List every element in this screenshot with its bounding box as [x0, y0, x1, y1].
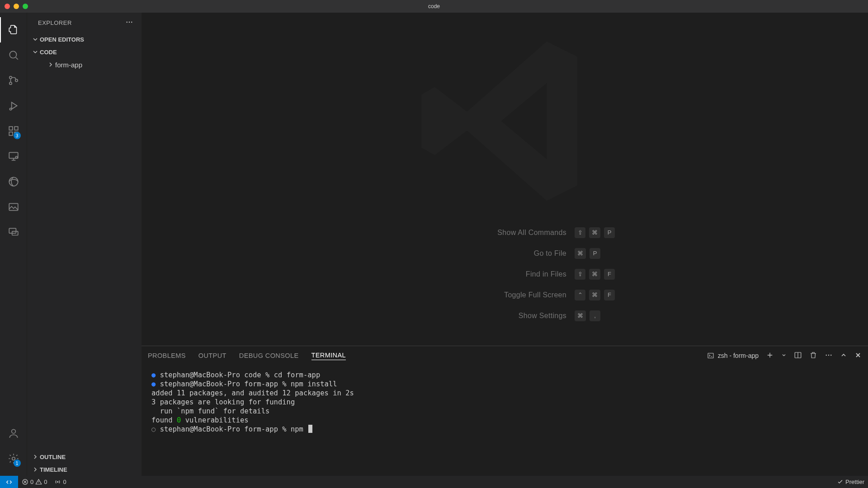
shortcut-row: Show All Commands⇧⌘P [395, 227, 615, 238]
feedback-icon[interactable] [0, 220, 27, 245]
shortcut-keys: ⌘, [575, 310, 600, 321]
broadcast-icon [54, 479, 61, 485]
close-window-button[interactable] [5, 4, 10, 9]
chevron-right-icon [47, 61, 54, 68]
welcome-shortcuts: Show All Commands⇧⌘PGo to File⌘PFind in … [395, 227, 615, 321]
terminal-line: added 11 packages, and audited 12 packag… [151, 389, 858, 398]
shortcut-keys: ⇧⌘P [575, 227, 615, 238]
activity-bar: 3 1 [0, 13, 27, 476]
key: ⌘ [589, 269, 600, 280]
outline-section[interactable]: OUTLINE [27, 450, 142, 463]
workspace-label: CODE [40, 49, 57, 56]
terminal-line: found 0 vulnerabilities [151, 416, 858, 425]
error-icon [22, 479, 28, 485]
extensions-badge: 3 [14, 132, 21, 139]
terminal-line: ● stephan@MacBook-Pro code % cd form-app [151, 371, 858, 380]
sidebar-title: EXPLORER [38, 19, 72, 26]
terminal-selector[interactable]: zsh - form-app [707, 352, 759, 359]
terminal-output[interactable]: ● stephan@MacBook-Pro code % cd form-app… [142, 365, 868, 476]
settings-gear-icon[interactable]: 1 [0, 446, 27, 471]
shortcut-row: Toggle Full Screen⌃⌘F [395, 290, 615, 300]
folder-name: form-app [55, 61, 82, 69]
extensions-icon[interactable]: 3 [0, 118, 27, 144]
source-control-icon[interactable] [0, 68, 27, 93]
panel-more-icon[interactable] [825, 351, 833, 361]
window-controls [5, 4, 28, 9]
timeline-label: TIMELINE [40, 466, 67, 473]
close-panel-icon[interactable] [854, 352, 862, 360]
key: F [604, 290, 615, 300]
svg-point-0 [9, 51, 16, 58]
maximize-panel-icon[interactable] [840, 352, 847, 360]
svg-rect-12 [9, 203, 18, 210]
svg-point-4 [9, 108, 11, 110]
svg-point-23 [828, 354, 829, 355]
remote-explorer-icon[interactable] [0, 144, 27, 169]
status-bar: 0 0 0 Prettier [0, 476, 868, 488]
key: P [590, 248, 600, 259]
folder-item[interactable]: form-app [27, 58, 142, 71]
terminal-dropdown-icon[interactable] [781, 352, 787, 359]
accounts-icon[interactable] [0, 421, 27, 446]
explorer-icon[interactable] [0, 17, 27, 42]
run-debug-icon[interactable] [0, 93, 27, 118]
terminal-line: ○ stephan@MacBook-Pro form-app % npm [151, 425, 858, 434]
timeline-section[interactable]: TIMELINE [27, 463, 142, 476]
shortcut-label: Go to File [395, 249, 566, 258]
key: ⇧ [575, 227, 585, 238]
window-title: code [428, 3, 440, 9]
terminal-cursor [308, 425, 312, 433]
vscode-watermark-icon [410, 26, 600, 216]
key: ⌘ [575, 248, 586, 259]
key: ⌃ [575, 290, 585, 300]
workspace-section[interactable]: CODE [27, 46, 142, 58]
chevron-right-icon [32, 466, 39, 473]
tab-problems[interactable]: PROBLEMS [148, 352, 186, 359]
svg-point-18 [129, 22, 130, 23]
svg-point-19 [131, 22, 132, 23]
key: ⌘ [575, 310, 586, 321]
svg-point-15 [11, 429, 15, 433]
picture-icon[interactable] [0, 194, 27, 220]
check-icon [837, 479, 844, 485]
shortcut-label: Toggle Full Screen [395, 291, 566, 299]
terminal-icon [707, 352, 714, 359]
tab-output[interactable]: OUTPUT [198, 352, 226, 359]
maximize-window-button[interactable] [23, 4, 28, 9]
warning-icon [35, 479, 42, 485]
key: P [604, 227, 615, 238]
edge-icon[interactable] [0, 169, 27, 194]
svg-rect-20 [708, 353, 713, 358]
shortcut-keys: ⇧⌘F [575, 269, 615, 280]
terminal-line: 3 packages are looking for funding [151, 398, 858, 407]
split-terminal-icon[interactable] [794, 351, 802, 361]
svg-rect-5 [9, 127, 13, 130]
sidebar-more-icon[interactable] [125, 18, 133, 28]
svg-point-17 [127, 22, 127, 23]
chevron-right-icon [32, 453, 39, 460]
svg-point-22 [826, 354, 827, 355]
outline-label: OUTLINE [40, 454, 66, 460]
shortcut-keys: ⌃⌘F [575, 290, 615, 300]
explorer-sidebar: EXPLORER OPEN EDITORS CODE form-app OUTL… [27, 13, 142, 476]
search-icon[interactable] [0, 42, 27, 68]
chevron-down-icon [32, 48, 39, 56]
open-editors-section[interactable]: OPEN EDITORS [27, 33, 142, 46]
shortcut-row: Go to File⌘P [395, 248, 615, 259]
trash-terminal-icon[interactable] [809, 351, 817, 361]
error-count: 0 [30, 479, 33, 485]
editor-area: Show All Commands⇧⌘PGo to File⌘PFind in … [142, 13, 868, 476]
svg-rect-6 [14, 127, 18, 130]
new-terminal-icon[interactable] [766, 351, 774, 361]
key: ⌘ [589, 290, 600, 300]
status-ports[interactable]: 0 [51, 476, 70, 488]
warning-count: 0 [44, 479, 47, 485]
key: ⇧ [575, 269, 585, 280]
svg-point-11 [9, 177, 18, 186]
tab-debug-console[interactable]: DEBUG CONSOLE [239, 352, 299, 359]
status-problems[interactable]: 0 0 [18, 476, 51, 488]
status-prettier[interactable]: Prettier [833, 479, 868, 485]
tab-terminal[interactable]: TERMINAL [311, 352, 346, 360]
remote-indicator[interactable] [0, 476, 18, 488]
minimize-window-button[interactable] [14, 4, 19, 9]
